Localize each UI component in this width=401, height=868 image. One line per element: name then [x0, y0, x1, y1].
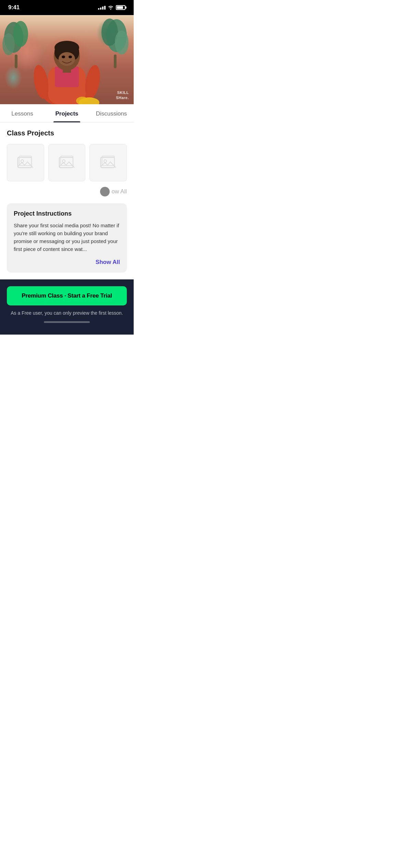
tab-lessons[interactable]: Lessons [0, 104, 45, 122]
hero-image: SKILL SHare. [0, 15, 134, 104]
instructions-card: Project Instructions Share your first so… [7, 203, 127, 273]
project-thumbnails-row [7, 144, 127, 181]
project-thumb-3[interactable] [89, 144, 127, 181]
battery-icon [116, 5, 125, 10]
instructions-title: Project Instructions [14, 210, 120, 217]
tabs-container: Lessons Projects Discussions [0, 104, 134, 122]
svg-rect-20 [63, 69, 71, 73]
project-thumb-1[interactable] [7, 144, 44, 181]
cta-subtitle: As a Free user, you can only preview the… [7, 310, 127, 316]
svg-rect-23 [18, 157, 32, 168]
image-placeholder-icon-3 [100, 156, 117, 169]
wifi-icon [108, 5, 114, 11]
premium-cta-button[interactable]: Premium Class · Start a Free Trial [7, 286, 127, 305]
status-time: 9:41 [8, 4, 20, 11]
instructions-body: Share your first social media post! No m… [14, 221, 120, 253]
tab-projects[interactable]: Projects [45, 104, 89, 122]
instructions-show-all-link[interactable]: Show All [14, 259, 120, 266]
svg-point-6 [115, 31, 129, 55]
tab-discussions[interactable]: Discussions [89, 104, 134, 122]
image-placeholder-icon-2 [59, 156, 75, 169]
show-all-label: ow All [112, 188, 127, 195]
skillshare-watermark: SKILL SHare. [116, 90, 129, 100]
svg-point-30 [104, 160, 107, 162]
main-content: Class Projects [0, 122, 134, 273]
status-bar: 9:41 [0, 0, 134, 15]
svg-point-2 [2, 33, 15, 55]
image-placeholder-icon-1 [17, 156, 34, 169]
svg-rect-29 [101, 157, 114, 168]
signal-icon [98, 6, 106, 10]
svg-point-18 [62, 56, 65, 58]
svg-point-1 [13, 21, 28, 47]
person-figure [29, 22, 105, 104]
svg-point-24 [21, 160, 24, 162]
status-icons [98, 5, 125, 11]
svg-rect-3 [15, 55, 17, 68]
project-thumb-2[interactable] [48, 144, 86, 181]
svg-rect-7 [114, 55, 117, 68]
plants-left-icon [2, 20, 33, 68]
svg-point-19 [69, 56, 72, 58]
svg-point-27 [62, 160, 65, 162]
home-indicator [44, 321, 90, 323]
show-all-row[interactable]: ow All [7, 187, 127, 196]
bottom-cta: Premium Class · Start a Free Trial As a … [0, 279, 134, 335]
show-all-circle-icon [100, 187, 110, 196]
svg-point-17 [59, 52, 75, 66]
class-projects-title: Class Projects [7, 129, 127, 137]
svg-rect-26 [59, 157, 73, 168]
